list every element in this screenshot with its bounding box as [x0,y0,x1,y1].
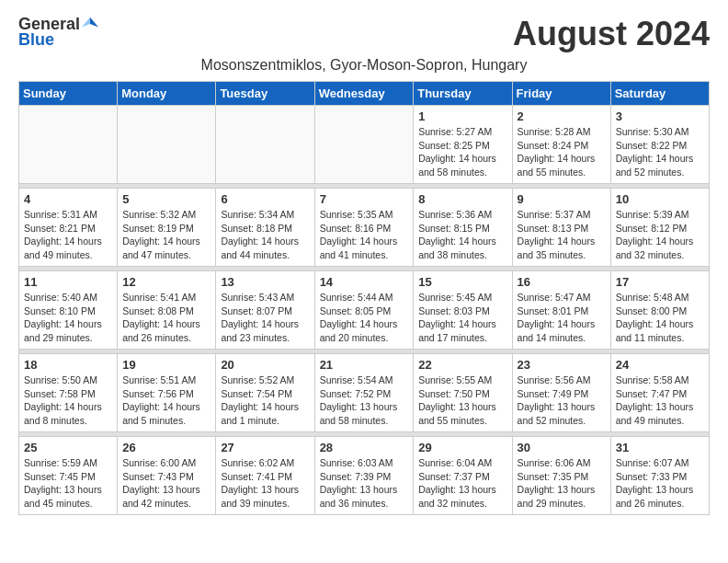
day-info: Sunrise: 5:30 AM Sunset: 8:22 PM Dayligh… [616,125,704,179]
week-row-1: 1Sunrise: 5:27 AM Sunset: 8:25 PM Daylig… [19,106,710,184]
weekday-header-thursday: Thursday [414,82,512,106]
day-info: Sunrise: 5:56 AM Sunset: 7:49 PM Dayligh… [518,373,606,428]
day-number: 13 [221,275,309,289]
day-number: 14 [320,275,409,289]
day-info: Sunrise: 5:28 AM Sunset: 8:24 PM Dayligh… [518,125,606,179]
calendar-cell: 30Sunrise: 6:06 AM Sunset: 7:35 PM Dayli… [512,437,610,515]
calendar-cell: 8Sunrise: 5:36 AM Sunset: 8:15 PM Daylig… [414,189,512,267]
day-info: Sunrise: 5:50 AM Sunset: 7:58 PM Dayligh… [24,373,112,428]
day-number: 4 [24,192,112,206]
weekday-header-monday: Monday [118,82,216,106]
day-number: 3 [616,109,704,123]
calendar-header-row: SundayMondayTuesdayWednesdayThursdayFrid… [19,82,710,106]
day-info: Sunrise: 5:43 AM Sunset: 8:07 PM Dayligh… [221,291,309,345]
day-info: Sunrise: 5:39 AM Sunset: 8:12 PM Dayligh… [616,208,704,262]
day-info: Sunrise: 5:51 AM Sunset: 7:56 PM Dayligh… [122,373,210,428]
calendar-cell [216,106,314,184]
calendar-cell: 29Sunrise: 6:04 AM Sunset: 7:37 PM Dayli… [414,437,512,515]
day-number: 20 [221,358,309,372]
calendar-cell: 21Sunrise: 5:54 AM Sunset: 7:52 PM Dayli… [314,354,414,432]
day-number: 31 [616,441,704,454]
calendar-cell: 26Sunrise: 6:00 AM Sunset: 7:43 PM Dayli… [118,437,216,515]
day-number: 23 [518,358,606,372]
calendar-cell: 15Sunrise: 5:45 AM Sunset: 8:03 PM Dayli… [414,271,512,350]
calendar-cell: 24Sunrise: 5:58 AM Sunset: 7:47 PM Dayli… [610,354,709,432]
day-number: 6 [221,192,309,206]
weekday-header-wednesday: Wednesday [314,82,414,106]
day-number: 26 [122,441,210,454]
day-info: Sunrise: 6:04 AM Sunset: 7:37 PM Dayligh… [418,456,506,511]
weekday-header-friday: Friday [512,82,610,106]
calendar-cell: 6Sunrise: 5:34 AM Sunset: 8:18 PM Daylig… [216,189,314,267]
day-info: Sunrise: 5:27 AM Sunset: 8:25 PM Dayligh… [418,125,506,179]
calendar-cell: 18Sunrise: 5:50 AM Sunset: 7:58 PM Dayli… [19,354,118,432]
week-row-3: 11Sunrise: 5:40 AM Sunset: 8:10 PM Dayli… [19,271,710,350]
day-number: 15 [418,275,506,289]
day-info: Sunrise: 6:02 AM Sunset: 7:41 PM Dayligh… [221,456,309,511]
day-number: 12 [122,275,210,289]
day-info: Sunrise: 5:59 AM Sunset: 7:45 PM Dayligh… [24,456,112,511]
week-row-2: 4Sunrise: 5:31 AM Sunset: 8:21 PM Daylig… [19,189,710,267]
day-number: 21 [320,358,409,372]
day-number: 18 [24,358,112,372]
calendar-cell: 2Sunrise: 5:28 AM Sunset: 8:24 PM Daylig… [512,106,610,184]
calendar-cell [118,106,216,184]
calendar-cell: 16Sunrise: 5:47 AM Sunset: 8:01 PM Dayli… [512,271,610,350]
day-number: 7 [320,192,409,206]
calendar-cell [314,106,414,184]
day-number: 17 [616,275,704,289]
day-number: 2 [518,109,606,123]
day-info: Sunrise: 6:03 AM Sunset: 7:39 PM Dayligh… [320,456,409,511]
day-number: 16 [518,275,606,289]
day-info: Sunrise: 5:55 AM Sunset: 7:50 PM Dayligh… [418,373,506,428]
calendar-cell: 5Sunrise: 5:32 AM Sunset: 8:19 PM Daylig… [118,189,216,267]
calendar-cell: 28Sunrise: 6:03 AM Sunset: 7:39 PM Dayli… [314,437,414,515]
day-info: Sunrise: 5:37 AM Sunset: 8:13 PM Dayligh… [518,208,606,262]
day-info: Sunrise: 5:32 AM Sunset: 8:19 PM Dayligh… [122,208,210,262]
day-info: Sunrise: 6:06 AM Sunset: 7:35 PM Dayligh… [518,456,606,511]
calendar-cell: 19Sunrise: 5:51 AM Sunset: 7:56 PM Dayli… [118,354,216,432]
week-row-4: 18Sunrise: 5:50 AM Sunset: 7:58 PM Dayli… [19,354,710,432]
calendar-cell: 31Sunrise: 6:07 AM Sunset: 7:33 PM Dayli… [610,437,709,515]
calendar-subtitle: Mosonszentmiklos, Gyor-Moson-Sopron, Hun… [18,57,710,74]
logo-blue: Blue [18,30,54,50]
day-info: Sunrise: 5:41 AM Sunset: 8:08 PM Dayligh… [122,291,210,345]
day-info: Sunrise: 6:00 AM Sunset: 7:43 PM Dayligh… [122,456,210,511]
svg-marker-1 [82,17,90,27]
month-title: August 2024 [513,15,710,53]
calendar-table: SundayMondayTuesdayWednesdayThursdayFrid… [18,81,710,515]
calendar-cell: 14Sunrise: 5:44 AM Sunset: 8:05 PM Dayli… [314,271,414,350]
page-header: General Blue August 2024 [18,15,710,53]
day-info: Sunrise: 5:47 AM Sunset: 8:01 PM Dayligh… [518,291,606,345]
day-info: Sunrise: 5:48 AM Sunset: 8:00 PM Dayligh… [616,291,704,345]
day-info: Sunrise: 6:07 AM Sunset: 7:33 PM Dayligh… [616,456,704,511]
day-number: 24 [616,358,704,372]
day-info: Sunrise: 5:54 AM Sunset: 7:52 PM Dayligh… [320,373,409,428]
day-number: 9 [518,192,606,206]
day-info: Sunrise: 5:45 AM Sunset: 8:03 PM Dayligh… [418,291,506,345]
calendar-cell: 4Sunrise: 5:31 AM Sunset: 8:21 PM Daylig… [19,189,118,267]
calendar-cell: 17Sunrise: 5:48 AM Sunset: 8:00 PM Dayli… [610,271,709,350]
weekday-header-saturday: Saturday [610,82,709,106]
logo-bird-icon [82,16,98,32]
day-info: Sunrise: 5:36 AM Sunset: 8:15 PM Dayligh… [418,208,506,262]
day-number: 1 [418,109,506,123]
calendar-cell: 10Sunrise: 5:39 AM Sunset: 8:12 PM Dayli… [610,189,709,267]
day-number: 29 [418,441,506,454]
weekday-header-sunday: Sunday [19,82,118,106]
calendar-cell: 12Sunrise: 5:41 AM Sunset: 8:08 PM Dayli… [118,271,216,350]
calendar-cell: 22Sunrise: 5:55 AM Sunset: 7:50 PM Dayli… [414,354,512,432]
day-info: Sunrise: 5:40 AM Sunset: 8:10 PM Dayligh… [24,291,112,345]
calendar-cell: 1Sunrise: 5:27 AM Sunset: 8:25 PM Daylig… [414,106,512,184]
calendar-cell: 13Sunrise: 5:43 AM Sunset: 8:07 PM Dayli… [216,271,314,350]
day-number: 11 [24,275,112,289]
day-number: 19 [122,358,210,372]
day-info: Sunrise: 5:35 AM Sunset: 8:16 PM Dayligh… [320,208,409,262]
calendar-cell: 20Sunrise: 5:52 AM Sunset: 7:54 PM Dayli… [216,354,314,432]
calendar-cell: 11Sunrise: 5:40 AM Sunset: 8:10 PM Dayli… [19,271,118,350]
day-number: 27 [221,441,309,454]
day-number: 25 [24,441,112,454]
svg-marker-0 [90,17,98,27]
logo: General Blue [18,15,98,50]
weekday-header-tuesday: Tuesday [216,82,314,106]
